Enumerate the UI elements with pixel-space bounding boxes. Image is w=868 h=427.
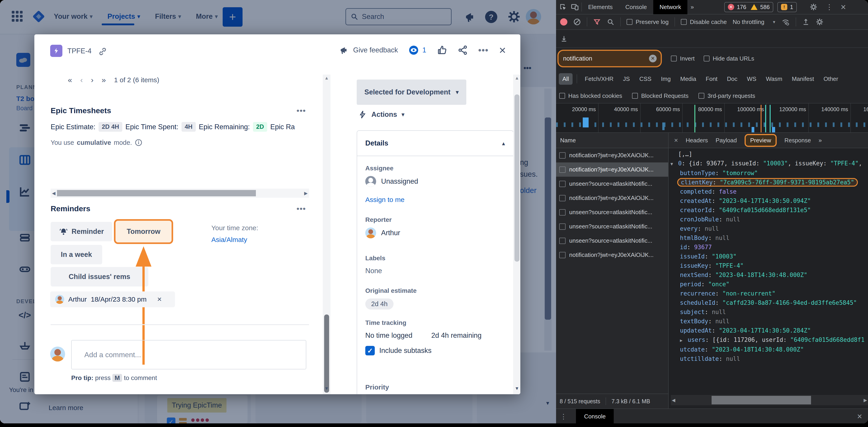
checkbox-icon[interactable] — [559, 152, 565, 159]
json-line[interactable]: completed: false — [669, 187, 868, 196]
scroll-down-icon[interactable]: ▼ — [513, 386, 520, 391]
checkbox-icon[interactable] — [559, 195, 565, 201]
filter-toggle-3rd-party-requests[interactable]: 3rd-party requests — [699, 92, 755, 99]
scroll-right-icon[interactable]: ▶ — [304, 191, 308, 196]
time-logged-value[interactable]: No time logged — [365, 331, 412, 339]
console-drawer-tab[interactable]: Console — [576, 409, 614, 423]
json-line[interactable]: every: null — [669, 224, 868, 233]
json-line[interactable]: period: "once" — [669, 280, 868, 289]
left-pane-scrollbar[interactable]: ▲ ▼ — [323, 74, 331, 394]
devtools-tab-console[interactable]: Console — [619, 0, 653, 14]
checkbox-icon[interactable] — [559, 181, 565, 187]
json-line[interactable]: utcdate: "2023-04-18T14:30:48.000Z" — [669, 345, 868, 354]
prev-page-icon[interactable]: ‹ — [80, 75, 83, 84]
more-actions-icon[interactable]: ••• — [478, 45, 489, 55]
preview-hscrollbar[interactable]: ◀ ▶ — [671, 395, 868, 405]
preserve-log-toggle[interactable]: Preserve log — [627, 19, 669, 26]
issue-key[interactable]: TPFE-4 — [67, 47, 92, 55]
close-drawer-icon[interactable]: × — [857, 412, 862, 421]
json-line[interactable]: issueKey: "TPFE-4" — [669, 261, 868, 270]
type-filter-css[interactable]: CSS — [636, 73, 655, 85]
error-warning-badge[interactable]: ✕ 176 586 — [724, 2, 773, 12]
actions-dropdown[interactable]: Actions ▾ — [358, 110, 404, 119]
json-line[interactable]: utctilldate: null — [669, 354, 868, 363]
checkbox-icon[interactable] — [559, 209, 565, 216]
reporter-value-row[interactable]: Arthur — [365, 228, 400, 238]
epic-horizontal-scrollbar[interactable]: ◀ ▶ — [51, 189, 309, 198]
epic-type-icon[interactable] — [50, 45, 62, 57]
json-line[interactable]: createdAt: "2023-04-17T14:30:50.094Z" — [669, 196, 868, 206]
json-line[interactable]: [,…] — [669, 150, 868, 159]
tomorrow-button[interactable]: Tomorrow — [127, 228, 160, 236]
type-filter-doc[interactable]: Doc — [723, 73, 741, 85]
detail-tab-response[interactable]: Response — [784, 137, 811, 144]
json-line[interactable]: buttonType: "tomorrow" — [669, 168, 868, 178]
request-row[interactable]: unseen?source=atlaskitNotific... — [556, 177, 668, 191]
share-icon[interactable] — [458, 45, 468, 55]
checkbox-icon[interactable] — [559, 252, 565, 258]
hide-data-urls-toggle[interactable]: Hide data URLs — [704, 55, 754, 62]
type-filter-other[interactable]: Other — [820, 73, 842, 85]
import-har-icon[interactable] — [802, 18, 810, 26]
give-feedback-button[interactable]: Give feedback — [339, 45, 398, 55]
epic-panel-more-icon[interactable]: ••• — [297, 106, 306, 115]
drawer-menu-icon[interactable]: ⋮ — [560, 413, 567, 421]
timezone-value-link[interactable]: Asia/Almaty — [211, 236, 247, 243]
include-subtasks-row[interactable]: ✓ Include subtasks — [365, 346, 432, 355]
type-filter-wasm[interactable]: Wasm — [762, 73, 786, 85]
request-row[interactable]: notification?jwt=eyJ0eXAiOiJK... — [556, 248, 668, 262]
json-line[interactable]: scheduleId: "caffd230-8a87-4166-94ed-dd3… — [669, 298, 868, 307]
child-issues-rems-button[interactable]: Child issues' rems — [51, 267, 148, 287]
epic-hscroll-thumb[interactable] — [57, 190, 256, 196]
request-row[interactable]: notification?jwt=eyJ0eXAiOiJK... — [556, 148, 668, 162]
scroll-right-icon[interactable]: ▶ — [864, 397, 867, 403]
in-a-week-button[interactable]: In a week — [51, 245, 102, 264]
chip-remove-icon[interactable]: ✕ — [157, 296, 162, 303]
close-detail-icon[interactable]: × — [674, 136, 678, 144]
scroll-up-icon[interactable]: ▲ — [323, 75, 331, 81]
devtools-settings-icon[interactable] — [809, 3, 817, 11]
type-filter-js[interactable]: JS — [619, 73, 633, 85]
left-pane-scroll-thumb[interactable] — [324, 315, 329, 393]
details-header[interactable]: Details ▴ — [357, 131, 513, 156]
type-filter-ws[interactable]: WS — [743, 73, 760, 85]
type-filter-manifest[interactable]: Manifest — [788, 73, 817, 85]
more-detail-tabs-icon[interactable]: » — [818, 137, 822, 144]
expander-icon[interactable]: ▼ — [671, 159, 678, 168]
reminder-chip[interactable]: Arthur 18/Apr/23 8:30 pm ✕ — [50, 291, 175, 307]
request-row[interactable]: notification?jwt=eyJ0eXAiOiJK... — [556, 191, 668, 205]
preview-hscroll-thumb[interactable] — [712, 396, 811, 404]
expander-icon[interactable]: ▶ — [680, 336, 688, 345]
assign-to-me-link[interactable]: Assign to me — [365, 196, 404, 203]
type-filter-fetchxhr[interactable]: Fetch/XHR — [581, 73, 617, 85]
detail-tab-preview[interactable]: Preview — [745, 134, 777, 147]
disable-cache-toggle[interactable]: Disable cache — [681, 19, 727, 26]
network-settings-icon[interactable] — [815, 18, 824, 26]
json-line[interactable]: creatorId: "6409cfa015d668edd8f131e5" — [669, 206, 868, 215]
json-line[interactable]: issueId: "10003" — [669, 252, 868, 261]
request-row[interactable]: unseen?source=atlaskitNotific... — [556, 219, 668, 234]
type-filter-all[interactable]: All — [559, 73, 572, 85]
type-filter-img[interactable]: Img — [657, 73, 674, 85]
filter-funnel-icon[interactable] — [593, 18, 601, 26]
json-line[interactable]: textBody: null — [669, 317, 868, 326]
request-row[interactable]: unseen?source=atlaskitNotific... — [556, 234, 668, 248]
checkbox-icon[interactable] — [559, 224, 565, 230]
watch-button[interactable]: 1 — [408, 45, 426, 56]
labels-value[interactable]: None — [365, 267, 382, 275]
more-tabs-icon[interactable]: » — [687, 0, 697, 14]
devtools-close-icon[interactable]: × — [841, 2, 846, 12]
network-conditions-icon[interactable] — [781, 18, 790, 26]
device-toolbar-icon[interactable] — [570, 3, 579, 11]
type-filter-font[interactable]: Font — [702, 73, 721, 85]
clear-icon[interactable] — [573, 18, 581, 26]
next-page-icon[interactable]: › — [91, 75, 93, 84]
filter-toggle-has-blocked-cookies[interactable]: Has blocked cookies — [559, 92, 622, 99]
detail-tab-payload[interactable]: Payload — [716, 137, 737, 144]
json-line[interactable]: ▼0: {id: 93677, issueId: "10003", issueK… — [669, 159, 868, 168]
checked-checkbox-icon[interactable]: ✓ — [365, 346, 375, 355]
filter-toggle-blocked-requests[interactable]: Blocked Requests — [632, 92, 688, 99]
json-line[interactable]: recurrence: "non-recurrent" — [669, 289, 868, 298]
invert-toggle[interactable]: Invert — [671, 55, 694, 62]
clear-filter-icon[interactable]: ✕ — [649, 55, 657, 62]
